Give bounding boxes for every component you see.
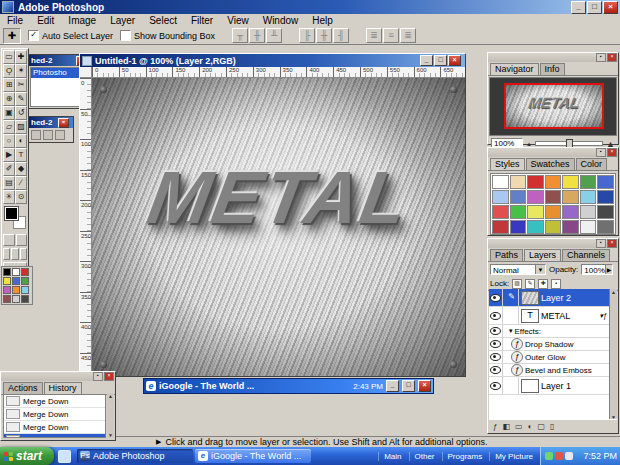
taskbar-task-igoogle-the-world[interactable]: eiGoogle - The World ... bbox=[195, 449, 311, 463]
palette-titlebar[interactable]: ▪ × bbox=[1, 372, 115, 381]
visibility-eye-icon[interactable] bbox=[489, 289, 503, 306]
mini-swatch[interactable] bbox=[21, 277, 29, 285]
clone-stamp-tool-icon[interactable]: ▣ bbox=[3, 106, 15, 120]
standard-screen-button[interactable] bbox=[3, 248, 10, 260]
style-swatch[interactable] bbox=[527, 190, 544, 204]
distribute-top-button[interactable]: ≣ bbox=[366, 28, 382, 43]
style-swatch[interactable] bbox=[545, 190, 562, 204]
show-bounding-box-checkbox[interactable]: Show Bounding Box bbox=[120, 30, 215, 41]
navigator-preview[interactable]: METAL bbox=[489, 77, 617, 136]
blur-tool-icon[interactable]: ○ bbox=[3, 134, 15, 148]
layer-row-layer-1[interactable]: Layer 1 bbox=[489, 377, 609, 395]
layers-tab-channels[interactable]: Channels bbox=[562, 249, 610, 261]
mini-swatch[interactable] bbox=[12, 295, 20, 303]
document-titlebar[interactable]: Untitled-1 @ 100% (Layer 2,RGB) _ □ × bbox=[80, 54, 465, 67]
eyedropper-tool-icon[interactable]: ∕ bbox=[15, 176, 27, 190]
path-selection-tool-icon[interactable]: ▶ bbox=[3, 148, 15, 162]
type-tool-icon[interactable]: T bbox=[15, 148, 27, 162]
mini-swatch[interactable] bbox=[3, 268, 11, 276]
tray-icon[interactable] bbox=[565, 452, 573, 460]
palette-close-button[interactable]: × bbox=[104, 372, 114, 381]
move-tool-icon[interactable]: ✚ bbox=[15, 50, 27, 64]
menu-layer[interactable]: Layer bbox=[103, 15, 142, 26]
rectangular-marquee-tool-icon[interactable]: ▭ bbox=[3, 50, 15, 64]
palette-minimize-button[interactable]: ▪ bbox=[93, 372, 103, 381]
mini-swatch[interactable] bbox=[12, 277, 20, 285]
canvas[interactable]: METAL bbox=[92, 78, 465, 376]
palette-titlebar[interactable]: ▪ × bbox=[488, 239, 618, 248]
taskbar-toolbar-programs[interactable]: Programs bbox=[442, 452, 488, 461]
restore-button[interactable]: □ bbox=[402, 380, 415, 392]
align-left-button[interactable]: ╟ bbox=[299, 28, 315, 43]
palette-minimize-button[interactable]: ▪ bbox=[596, 239, 606, 248]
style-swatch[interactable] bbox=[527, 205, 544, 219]
doc-close-button[interactable]: × bbox=[448, 55, 461, 66]
style-swatch[interactable] bbox=[580, 175, 597, 189]
layer-set-button[interactable]: ▭ bbox=[515, 422, 523, 431]
foreground-color-swatch[interactable] bbox=[5, 207, 18, 220]
align-bottom-button[interactable]: ╨ bbox=[266, 28, 282, 43]
palette-close-button[interactable]: × bbox=[607, 148, 617, 157]
lasso-tool-icon[interactable]: Ǫ bbox=[3, 64, 15, 78]
quick-mask-button[interactable] bbox=[16, 234, 28, 246]
menu-filter[interactable]: Filter bbox=[184, 15, 220, 26]
style-swatch[interactable] bbox=[597, 220, 614, 234]
style-swatch[interactable] bbox=[492, 190, 509, 204]
palette-minimize-button[interactable]: ▪ bbox=[596, 148, 606, 157]
new-layer-button[interactable]: ▢ bbox=[537, 422, 545, 431]
style-swatch[interactable] bbox=[580, 220, 597, 234]
mini-swatch[interactable] bbox=[21, 268, 29, 276]
visibility-eye-icon[interactable] bbox=[489, 338, 503, 350]
dodge-tool-icon[interactable]: ◐ bbox=[15, 134, 27, 148]
styles-tab-color[interactable]: Color bbox=[576, 158, 608, 170]
layers-tab-layers[interactable]: Layers bbox=[524, 249, 561, 261]
layers-scrollbar[interactable]: ▲▼ bbox=[610, 289, 617, 420]
gradient-tool-icon[interactable]: ▨ bbox=[15, 120, 27, 134]
menu-help[interactable]: Help bbox=[305, 15, 340, 26]
visibility-eye-icon[interactable] bbox=[489, 364, 503, 376]
brush-tool-icon[interactable]: ✎ bbox=[15, 92, 27, 106]
taskbar-toolbar-main[interactable]: Main bbox=[378, 452, 406, 461]
menu-window[interactable]: Window bbox=[256, 15, 306, 26]
layer-row-outer-glow[interactable]: ƒOuter Glow bbox=[489, 351, 609, 364]
quick-launch-icon[interactable] bbox=[58, 450, 71, 463]
lock-all-icon[interactable]: ▪ bbox=[551, 279, 561, 289]
menu-image[interactable]: Image bbox=[61, 15, 103, 26]
style-swatch[interactable] bbox=[580, 205, 597, 219]
layer-mask-button[interactable]: ◧ bbox=[502, 422, 510, 431]
doc-maximize-button[interactable]: □ bbox=[434, 55, 447, 66]
minimize-button[interactable]: _ bbox=[571, 1, 586, 14]
styles-tab-styles[interactable]: Styles bbox=[490, 158, 525, 170]
history-scrollbar[interactable]: ▲▼ bbox=[107, 393, 114, 438]
tray-icon[interactable] bbox=[545, 452, 553, 460]
eraser-tool-icon[interactable]: ▱ bbox=[3, 120, 15, 134]
layer-row-bevel-and-emboss[interactable]: ƒBevel and Emboss bbox=[489, 364, 609, 377]
tray-icon[interactable] bbox=[555, 452, 563, 460]
minimize-button[interactable]: _ bbox=[386, 380, 399, 392]
align-top-button[interactable]: ╥ bbox=[232, 28, 248, 43]
doc-minimize-button[interactable]: _ bbox=[420, 55, 433, 66]
scroll-up-icon[interactable]: ▲ bbox=[610, 289, 617, 295]
palette-minimize-button[interactable]: ▪ bbox=[596, 53, 606, 62]
custom-shape-tool-icon[interactable]: ◆ bbox=[15, 162, 27, 176]
palette-titlebar[interactable]: ▪ × bbox=[488, 53, 618, 62]
style-swatch[interactable] bbox=[527, 175, 544, 189]
zoom-out-icon[interactable]: ▲ bbox=[526, 141, 532, 147]
auto-select-layer-checkbox[interactable]: ✓ Auto Select Layer bbox=[28, 30, 113, 41]
collapsed-window-titlebar[interactable]: hed-2 × bbox=[29, 117, 73, 128]
style-swatch[interactable] bbox=[597, 175, 614, 189]
close-button[interactable]: × bbox=[418, 380, 431, 392]
style-swatch[interactable] bbox=[510, 190, 527, 204]
start-button[interactable]: start bbox=[0, 447, 54, 465]
document-window[interactable]: Untitled-1 @ 100% (Layer 2,RGB) _ □ × 05… bbox=[79, 53, 466, 377]
hand-tool-icon[interactable]: ✳ bbox=[3, 190, 15, 204]
notes-tool-icon[interactable]: ▤ bbox=[3, 176, 15, 190]
navigator-tab-info[interactable]: Info bbox=[540, 63, 565, 75]
layer-style-button[interactable]: ƒ bbox=[493, 422, 497, 431]
mini-swatch[interactable] bbox=[21, 295, 29, 303]
distribute-vertical-center-button[interactable]: ≡ bbox=[383, 28, 399, 43]
style-swatch[interactable] bbox=[562, 220, 579, 234]
pen-tool-icon[interactable]: ✐ bbox=[3, 162, 15, 176]
full-screen-menubar-button[interactable] bbox=[11, 248, 18, 260]
minimized-browser-window[interactable]: e iGoogle - The World ... 2:43 PM _ □ × bbox=[143, 378, 434, 394]
